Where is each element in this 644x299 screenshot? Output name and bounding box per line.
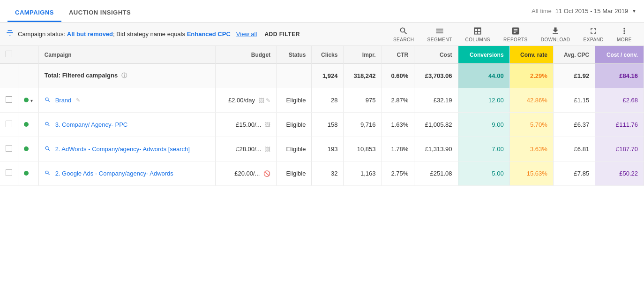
more-toolbar-item[interactable]: MORE (610, 24, 638, 44)
date-range-value: 11 Oct 2015 - 15 Mar 2019 (555, 8, 628, 15)
total-cost-conv-cell: £84.16 (595, 64, 644, 88)
row3-ctr-cell: 1.78% (382, 137, 414, 161)
table-row: 3. Company/ Agency- PPC £15.00/... 🖼 Eli… (0, 113, 644, 137)
tabs: CAMPAIGNS AUCTION INSIGHTS (7, 0, 138, 22)
row3-clicks-cell: 193 (312, 137, 344, 161)
row4-avg-cpc-cell: £7.85 (553, 161, 595, 186)
columns-toolbar-item[interactable]: COLUMNS (459, 24, 497, 44)
row1-status-cell: ▾ (18, 88, 39, 113)
row4-cost-conv-cell: £50.22 (595, 161, 644, 186)
header-conv-rate-col[interactable]: Conv. rate (509, 46, 553, 64)
row3-checkbox[interactable] (6, 145, 12, 152)
header-conversions-col[interactable]: Conversions (458, 46, 509, 64)
add-filter-button[interactable]: ADD FILTER (264, 31, 300, 38)
table-row: 2. Google Ads - Company/agency- Adwords … (0, 161, 644, 186)
header-budget-col[interactable]: Budget (216, 46, 277, 64)
row2-checkbox-cell[interactable] (0, 113, 18, 137)
total-row: Total: Filtered campaigns ⓘ 1,924 318,24… (0, 64, 644, 88)
header-clicks-col[interactable]: Clicks (312, 46, 344, 64)
row4-magnifier-icon[interactable] (45, 170, 51, 177)
row1-checkbox-cell[interactable] (0, 88, 18, 113)
row2-campaign-link[interactable]: 3. Company/ Agency- PPC (55, 121, 128, 128)
download-toolbar-item[interactable]: DOWNLOAD (534, 24, 577, 44)
row1-clicks-cell: 28 (312, 88, 344, 113)
row1-conversions-cell: 12.00 (458, 88, 509, 113)
total-status-text-cell (277, 64, 312, 88)
header-campaign-col[interactable]: Campaign (38, 46, 216, 64)
row1-campaign-link[interactable]: Brand (55, 97, 72, 104)
row3-checkbox-cell[interactable] (0, 137, 18, 161)
table-row: ▾ Brand ✎ £2.00/day 🖼 ✎ Eligible (0, 88, 644, 113)
columns-label: COLUMNS (465, 37, 491, 42)
header-cost-col[interactable]: Cost (414, 46, 458, 64)
row4-budget-icons: 🚫 (263, 170, 270, 177)
row4-checkbox-cell[interactable] (0, 161, 18, 186)
row4-status-cell (18, 161, 39, 186)
total-cost-cell: £3,703.06 (414, 64, 458, 88)
segment-toolbar-item[interactable]: SEGMENT (421, 24, 459, 44)
row4-campaign-link[interactable]: 2. Google Ads - Company/agency- Adwords (55, 170, 173, 177)
row3-avg-cpc-cell: £6.81 (553, 137, 595, 161)
campaigns-table-wrapper: Campaign Budget Status Clicks Impr. CTR (0, 46, 644, 186)
search-toolbar-item[interactable]: SEARCH (387, 24, 421, 44)
row1-magnifier-icon[interactable] (45, 97, 51, 104)
row1-edit-icon[interactable]: ✎ (76, 97, 80, 103)
row3-campaign-link[interactable]: 2. AdWords - Company/agency- Adwords [se… (55, 146, 190, 153)
row1-checkbox[interactable] (6, 96, 12, 103)
view-all-link[interactable]: View all (236, 31, 257, 38)
total-info-icon[interactable]: ⓘ (121, 72, 127, 79)
date-range[interactable]: All time 11 Oct 2015 - 15 Mar 2019 ▼ (532, 8, 637, 15)
total-impr-cell: 318,242 (344, 64, 382, 88)
total-avg-cpc-cell: £1.92 (553, 64, 595, 88)
header-checkbox-col[interactable] (0, 46, 18, 64)
row3-conversions-cell: 7.00 (458, 137, 509, 161)
row3-status-text-cell: Eligible (277, 137, 312, 161)
row2-campaign-cell: 3. Company/ Agency- PPC (38, 113, 216, 137)
header-cost-conv-col[interactable]: Cost / conv. (595, 46, 644, 64)
total-checkbox-cell (0, 64, 18, 88)
row1-expand-arrow[interactable]: ▾ (30, 98, 33, 103)
tab-campaigns[interactable]: CAMPAIGNS (7, 2, 61, 22)
row2-conv-rate-cell: 5.70% (509, 113, 553, 137)
reports-toolbar-item[interactable]: REPORTS (497, 24, 534, 44)
row3-budget-cell: £28.00/... 🖼 (216, 137, 277, 161)
row4-checkbox[interactable] (6, 169, 12, 176)
total-ctr-cell: 0.60% (382, 64, 414, 88)
row1-avg-cpc-cell: £1.15 (553, 88, 595, 113)
row2-status-text-cell: Eligible (277, 113, 312, 137)
header-status-text-col[interactable]: Status (277, 46, 312, 64)
total-status-cell (18, 64, 39, 88)
row2-checkbox[interactable] (6, 121, 12, 127)
table-row: 2. AdWords - Company/agency- Adwords [se… (0, 137, 644, 161)
row1-cost-conv-cell: £2.68 (595, 88, 644, 113)
header-ctr-col[interactable]: CTR (382, 46, 414, 64)
header-avg-cpc-col[interactable]: Avg. CPC (553, 46, 595, 64)
filter-left: Campaign status: All but removed; Bid st… (6, 29, 300, 39)
download-label: DOWNLOAD (541, 37, 570, 42)
row4-impr-cell: 1,163 (344, 161, 382, 186)
row3-magnifier-icon[interactable] (45, 146, 51, 153)
row1-budget-icons[interactable]: 🖼 ✎ (259, 97, 270, 104)
row3-cost-conv-cell: £187.70 (595, 137, 644, 161)
expand-toolbar-item[interactable]: EXPAND (577, 24, 610, 44)
more-label: MORE (617, 37, 632, 42)
segment-label: SEGMENT (427, 37, 452, 42)
row2-impr-cell: 9,716 (344, 113, 382, 137)
row3-status-cell (18, 137, 39, 161)
tab-auction-insights[interactable]: AUCTION INSIGHTS (61, 2, 138, 22)
row1-conv-rate-cell: 42.86% (509, 88, 553, 113)
row1-status-dot (24, 98, 29, 102)
filter-value2: Enhanced CPC (187, 31, 231, 38)
total-clicks-cell: 1,924 (312, 64, 344, 88)
row4-ctr-cell: 2.75% (382, 161, 414, 186)
header-checkbox[interactable] (6, 51, 12, 57)
total-label-cell: Total: Filtered campaigns ⓘ (38, 64, 216, 88)
date-range-dropdown-icon[interactable]: ▼ (632, 8, 637, 14)
row3-campaign-cell: 2. AdWords - Company/agency- Adwords [se… (38, 137, 216, 161)
row3-status-dot (24, 146, 29, 151)
search-label: SEARCH (393, 37, 414, 42)
row3-budget-icons: 🖼 (265, 146, 270, 153)
toolbar: SEARCH SEGMENT COLUMNS REPORTS DOWNLOAD … (387, 24, 638, 44)
row2-magnifier-icon[interactable] (45, 121, 51, 129)
header-impr-col[interactable]: Impr. (344, 46, 382, 64)
